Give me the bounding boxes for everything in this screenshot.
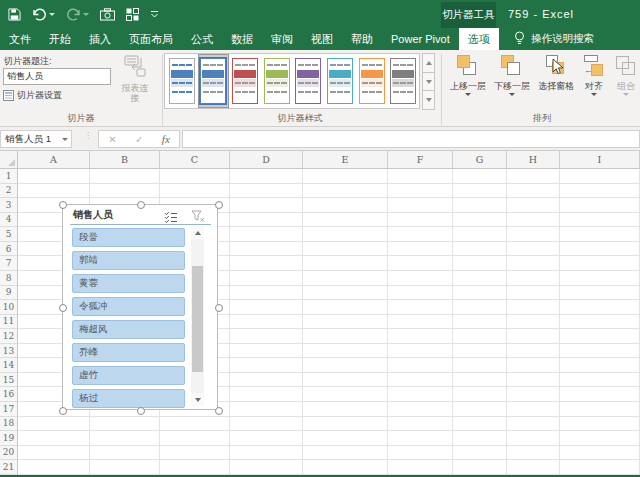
cell[interactable]	[230, 256, 303, 271]
cell[interactable]	[90, 417, 160, 432]
cell[interactable]	[507, 446, 560, 461]
cell[interactable]	[453, 213, 507, 228]
row-header-17[interactable]: 17	[0, 402, 18, 417]
formula-bar-splitter[interactable]: ⋮	[84, 134, 87, 145]
cell[interactable]	[507, 271, 560, 286]
slicer-item-虚竹[interactable]: 虚竹	[72, 366, 185, 385]
cell[interactable]	[507, 300, 560, 315]
cell[interactable]	[560, 256, 640, 271]
slicer-item-黄蓉[interactable]: 黄蓉	[72, 274, 185, 293]
cell[interactable]	[230, 315, 303, 330]
cell[interactable]	[303, 300, 388, 315]
slicer-grid-icon[interactable]	[126, 8, 139, 21]
cell[interactable]	[230, 373, 303, 388]
cell[interactable]	[560, 213, 640, 228]
cell[interactable]	[560, 169, 640, 184]
column-header-A[interactable]: A	[18, 151, 90, 169]
cell[interactable]	[507, 242, 560, 257]
cell[interactable]	[560, 344, 640, 359]
tab-插入[interactable]: 插入	[80, 28, 120, 50]
slicer-style-light-blue[interactable]	[167, 55, 197, 107]
cell[interactable]	[230, 227, 303, 242]
cell[interactable]	[160, 184, 230, 199]
cell[interactable]	[507, 169, 560, 184]
cell[interactable]	[388, 213, 453, 228]
slicer-item-段誉[interactable]: 段誉	[72, 228, 185, 247]
cell[interactable]	[230, 460, 303, 475]
cell[interactable]	[230, 300, 303, 315]
cell[interactable]	[230, 198, 303, 213]
cell[interactable]	[388, 315, 453, 330]
cell[interactable]	[453, 431, 507, 446]
cell[interactable]	[90, 460, 160, 475]
cell[interactable]	[560, 329, 640, 344]
slicer-item-梅超风[interactable]: 梅超风	[72, 320, 185, 339]
cell[interactable]	[560, 198, 640, 213]
cell[interactable]	[453, 329, 507, 344]
cell[interactable]	[453, 169, 507, 184]
group-button[interactable]: 组合	[610, 52, 640, 96]
cell[interactable]	[560, 373, 640, 388]
cell[interactable]	[230, 344, 303, 359]
cell[interactable]	[507, 184, 560, 199]
gallery-scroll-down-icon[interactable]	[422, 72, 435, 92]
column-header-G[interactable]: G	[453, 151, 507, 169]
selection-handle[interactable]	[59, 407, 67, 415]
tell-me-search[interactable]: 操作说明搜索	[514, 28, 594, 50]
cell[interactable]	[560, 227, 640, 242]
cell[interactable]	[453, 315, 507, 330]
cell[interactable]	[560, 387, 640, 402]
cell[interactable]	[388, 198, 453, 213]
cell[interactable]	[388, 256, 453, 271]
slicer-scrollbar[interactable]	[191, 226, 204, 406]
cell[interactable]	[453, 198, 507, 213]
cell[interactable]	[507, 460, 560, 475]
row-header-15[interactable]: 15	[0, 373, 18, 388]
row-header-18[interactable]: 18	[0, 417, 18, 432]
enter-icon[interactable]: ✓	[135, 134, 143, 145]
tab-开始[interactable]: 开始	[40, 28, 80, 50]
cell[interactable]	[388, 271, 453, 286]
report-connections-button[interactable]: 报表连接	[111, 52, 159, 103]
slicer-style-green[interactable]	[262, 55, 292, 107]
selection-handle[interactable]	[137, 407, 145, 415]
cell[interactable]	[303, 315, 388, 330]
tab-文件[interactable]: 文件	[0, 28, 40, 50]
cell[interactable]	[230, 402, 303, 417]
cell[interactable]	[303, 184, 388, 199]
cell[interactable]	[230, 417, 303, 432]
cell[interactable]	[388, 242, 453, 257]
gallery-more-icon[interactable]	[422, 90, 435, 110]
redo-icon[interactable]	[66, 8, 89, 21]
cell[interactable]	[453, 402, 507, 417]
select-all-corner[interactable]	[0, 151, 18, 169]
cell[interactable]	[560, 300, 640, 315]
cell[interactable]	[388, 329, 453, 344]
cell[interactable]	[388, 344, 453, 359]
row-header-11[interactable]: 11	[0, 315, 18, 330]
cell[interactable]	[18, 169, 90, 184]
cell[interactable]	[90, 169, 160, 184]
cell[interactable]	[560, 271, 640, 286]
cell[interactable]	[303, 358, 388, 373]
slicer-item-乔峰[interactable]: 乔峰	[72, 343, 185, 362]
slicer-style-dark[interactable]	[388, 55, 418, 107]
row-header-9[interactable]: 9	[0, 286, 18, 301]
cell[interactable]	[160, 460, 230, 475]
cell[interactable]	[18, 417, 90, 432]
cell[interactable]	[303, 431, 388, 446]
row-header-4[interactable]: 4	[0, 213, 18, 228]
cell[interactable]	[388, 184, 453, 199]
row-header-3[interactable]: 3	[0, 198, 18, 213]
save-icon[interactable]	[8, 8, 21, 21]
cell[interactable]	[303, 417, 388, 432]
cell[interactable]	[507, 256, 560, 271]
name-box[interactable]: 销售人员 1	[0, 130, 72, 148]
cell[interactable]	[90, 431, 160, 446]
cell[interactable]	[18, 431, 90, 446]
tab-公式[interactable]: 公式	[182, 28, 222, 50]
scrollbar-thumb[interactable]	[192, 266, 203, 372]
tab-Power Pivot[interactable]: Power Pivot	[382, 28, 459, 50]
send-backward-button[interactable]: 下移一层	[490, 52, 534, 96]
cell[interactable]	[160, 431, 230, 446]
